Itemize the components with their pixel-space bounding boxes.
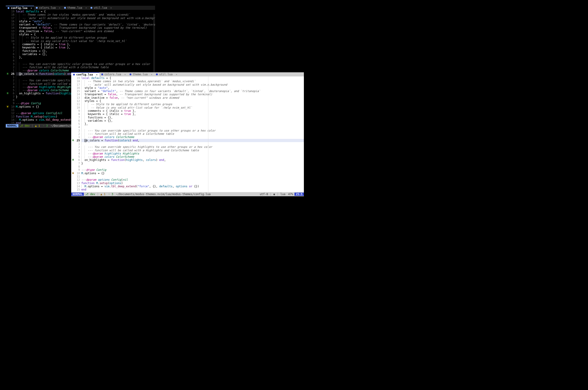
code-line[interactable]: --- You can override specific color grou… — [81, 129, 304, 132]
sign-mark — [6, 23, 9, 26]
tab-config-light[interactable]: config.lua× — [71, 72, 100, 76]
tab-theme-light[interactable]: theme.lua× — [128, 72, 154, 76]
sign-mark — [71, 155, 75, 158]
code-line[interactable]: }, — [81, 122, 304, 126]
close-icon[interactable]: × — [124, 73, 126, 76]
code-line[interactable]: function M.setup(options) — [81, 182, 304, 185]
sign-mark — [71, 86, 75, 90]
tab-util-light[interactable]: util.lua× — [154, 72, 179, 76]
tab-bar-light: config.lua× colors.lua× theme.lua× util.… — [71, 72, 304, 76]
code-line[interactable]: style = "auto", — [16, 20, 155, 23]
code-line[interactable] — [81, 165, 304, 168]
code-line[interactable]: ---@type Config — [81, 168, 304, 171]
code-line[interactable]: styles = { — [16, 33, 155, 36]
close-icon[interactable]: × — [59, 6, 60, 9]
code-line[interactable]: on_highlights = function(highlights, col… — [81, 158, 304, 162]
code-line[interactable]: transparent = false, -- Transparent back… — [81, 93, 304, 96]
close-icon[interactable]: × — [110, 6, 112, 9]
line-number: 13 — [9, 30, 14, 33]
sign-mark — [6, 108, 9, 112]
line-number: 12 — [75, 99, 80, 103]
mode-indicator: NORMAL — [71, 193, 84, 196]
code-line[interactable]: --- function will be called with a Color… — [81, 132, 304, 136]
code-line[interactable] — [16, 59, 155, 62]
code-line[interactable]: ---@param highlights Highlights — [81, 152, 304, 155]
line-number: 14 — [9, 118, 14, 121]
code-line[interactable]: functions = {}, — [81, 116, 304, 119]
line-number: 15 — [75, 90, 80, 93]
code-line[interactable] — [81, 142, 304, 145]
code-lines-light[interactable]: local defaults = {-- Theme comes in two … — [81, 76, 304, 192]
code-line[interactable]: -- `auto` will automatically set style b… — [16, 16, 155, 20]
code-line[interactable] — [81, 175, 304, 178]
code-line[interactable]: comments = { italic = true }, — [81, 109, 304, 112]
code-line[interactable]: transparent = false, -- Transparent back… — [16, 26, 155, 29]
close-icon[interactable]: × — [151, 73, 153, 76]
code-line[interactable]: variables = {}, — [81, 119, 304, 122]
code-line[interactable]: comments = { italic = true }, — [16, 43, 155, 46]
line-number: 16 — [9, 20, 14, 23]
code-line[interactable]: -- Style to be applied to different synt… — [81, 103, 304, 106]
mode-indicator: NORMAL — [6, 124, 18, 127]
tab-config-dark[interactable]: config.lua× — [6, 6, 34, 10]
tab-theme-dark[interactable]: theme.lua× — [62, 6, 89, 10]
code-line[interactable]: -- `auto` will automatically set style b… — [81, 83, 304, 86]
sign-mark — [6, 69, 9, 72]
tab-colors-dark[interactable]: colors.lua× — [34, 6, 62, 10]
code-line[interactable]: end — [81, 188, 304, 191]
code-line[interactable]: --- function will be called with a Highl… — [81, 149, 304, 152]
code-line[interactable]: keywords = { italic = true }, — [81, 112, 304, 116]
line-number: 19 — [9, 10, 14, 13]
close-icon[interactable]: × — [176, 73, 177, 76]
code-line[interactable]: M.options = vim.tbl_deep_extend("force",… — [81, 185, 304, 188]
line-number: 13 — [9, 115, 14, 118]
tab-colors-light[interactable]: colors.lua× — [100, 72, 128, 76]
line-number: 4 — [9, 59, 14, 62]
code-line[interactable]: dim_inactive = false, -- "non-current" w… — [81, 96, 304, 99]
code-line[interactable]: on_colors = function(colors) end, — [81, 139, 304, 142]
code-line[interactable]: ---@param options Config|nil — [81, 178, 304, 181]
sign-mark — [71, 90, 75, 93]
code-line[interactable]: ---@param colors ColorScheme — [81, 136, 304, 139]
code-line[interactable]: ---@param colors ColorScheme — [81, 155, 304, 158]
code-line[interactable]: variables = {}, — [16, 52, 155, 56]
code-line[interactable]: -- Value is any valid attr-list value fo… — [16, 40, 155, 43]
close-icon[interactable]: × — [96, 73, 98, 76]
code-line[interactable]: keywords = { italic = true }, — [16, 46, 155, 49]
code-line[interactable]: functions = {}, — [16, 49, 155, 52]
code-line[interactable]: -- Theme comes in two styles `modus_oper… — [16, 13, 155, 16]
code-line[interactable]: local defaults = { — [81, 76, 304, 80]
code-line[interactable]: --- You can override specific color grou… — [16, 62, 155, 66]
code-line[interactable]: --- You can override specific highlights… — [81, 145, 304, 148]
code-line[interactable]: variant = "default", -- Theme comes in f… — [16, 23, 155, 26]
tab-util-dark[interactable]: util.lua× — [89, 6, 113, 10]
code-line[interactable]: M.options = {} — [81, 172, 304, 175]
code-area-light[interactable]: HHW 191817161514131211109876543212512345… — [71, 76, 304, 192]
code-line[interactable]: ---@param colors ColorScheme — [16, 69, 155, 72]
code-line[interactable]: -- Theme comes in two styles `modus_oper… — [81, 80, 304, 83]
sign-mark — [6, 98, 9, 102]
sign-mark — [6, 46, 9, 49]
code-line[interactable]: style = "auto", — [81, 86, 304, 90]
code-line[interactable]: -- Value is any valid attr-list value fo… — [81, 106, 304, 109]
line-number: 6 — [9, 52, 14, 56]
sign-mark — [6, 36, 9, 39]
line-number: 3 — [75, 129, 80, 132]
code-line[interactable]: local defaults = { — [16, 10, 155, 13]
line-number: 17 — [75, 83, 80, 86]
code-line[interactable]: } — [81, 162, 304, 165]
line-number: 8 — [9, 98, 14, 102]
line-number: 7 — [9, 49, 14, 52]
close-icon[interactable]: × — [85, 6, 87, 9]
gutter-dark: 1918171615141312111098765432125123456789… — [9, 10, 16, 124]
code-line[interactable]: dim_inactive = false, -- "non-current" w… — [16, 30, 155, 33]
close-icon[interactable]: × — [31, 7, 32, 10]
code-line[interactable]: styles = { — [81, 99, 304, 103]
code-line[interactable]: }, — [16, 56, 155, 59]
line-number: 1 — [75, 136, 80, 139]
code-line[interactable]: -- Style to be applied to different synt… — [16, 36, 155, 39]
code-line[interactable]: --- function will be called with a Color… — [16, 66, 155, 69]
line-number: 2 — [9, 66, 14, 69]
code-line[interactable] — [81, 126, 304, 129]
code-line[interactable]: variant = "default", -- Theme comes in f… — [81, 90, 304, 93]
